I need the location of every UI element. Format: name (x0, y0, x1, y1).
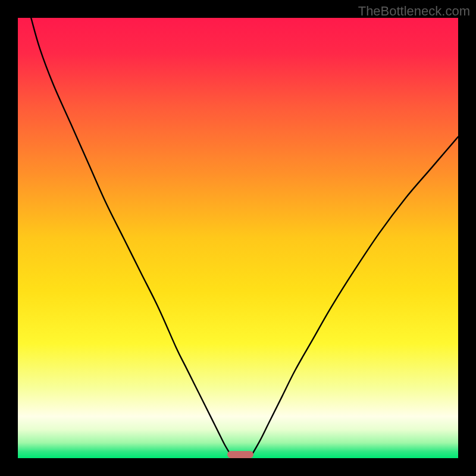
curve-left-branch (31, 18, 231, 456)
watermark-text: TheBottleneck.com (358, 4, 470, 19)
curve-right-branch (251, 137, 458, 456)
chart-plot-area (18, 18, 458, 458)
bottleneck-marker (227, 451, 253, 458)
chart-curve (18, 18, 458, 458)
